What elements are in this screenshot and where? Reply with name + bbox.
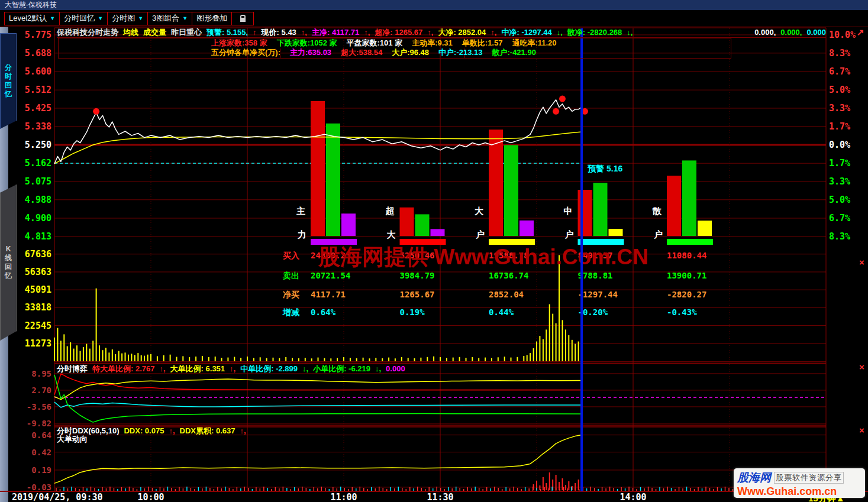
market-stats-box: 上涨家数:358 家下跌家数:1052 家平盘家数:101 家主动率:9.31单…	[58, 38, 731, 59]
game-series-特大单比例	[54, 374, 582, 394]
volume-bar	[533, 348, 534, 361]
chevron-down-icon[interactable]: ▼	[182, 15, 188, 21]
alert-label: 预警 5.16	[588, 164, 622, 173]
panel-close-icon: ×	[859, 362, 864, 372]
toolbar-item-0[interactable]: Level2默认▼	[4, 12, 60, 25]
volume-bar	[527, 355, 528, 362]
time-axis-label: 2019/04/25, 09:30	[12, 492, 103, 502]
fund-bar-大户-0	[489, 129, 503, 236]
volume-bar	[478, 358, 479, 361]
title-bar[interactable]: 大智慧-保税科技	[0, 0, 868, 10]
fund-bar-主力-1	[326, 124, 340, 236]
pct-axis-label: 5.0%	[829, 85, 850, 95]
volume-bar	[266, 358, 267, 361]
fund-group-label: 中	[564, 206, 573, 216]
volume-bar	[221, 358, 222, 361]
chevron-down-icon[interactable]: ▼	[138, 15, 143, 21]
volume-bar	[292, 358, 293, 361]
volume-bar	[459, 357, 460, 361]
volume-bar	[63, 334, 64, 361]
info-segment: 平盘家数:101 家	[347, 38, 403, 48]
info-segment: 大净: 2852.04	[438, 28, 486, 37]
lock-button[interactable]	[231, 12, 254, 25]
info-segment: 0.000,	[754, 28, 776, 37]
volume-bar	[92, 341, 93, 361]
volume-bar	[530, 353, 531, 361]
volume-bar	[552, 314, 553, 361]
volume-bar	[498, 357, 499, 361]
volume-bar	[273, 358, 274, 361]
volume-bar	[195, 357, 196, 361]
fund-table-value: 1265.67	[400, 290, 435, 299]
volume-bar	[131, 354, 132, 361]
ddx-line	[54, 435, 582, 484]
time-axis-label: 14:00	[619, 492, 646, 502]
panel-close-icon: ×	[859, 257, 864, 267]
volume-bar	[511, 358, 512, 361]
pct-axis-label: 8.3%	[829, 231, 850, 242]
price-axis-label: 5.162	[25, 158, 51, 169]
info-segment: 成交量	[143, 28, 166, 37]
info-segment: 保税科技分时走势	[57, 28, 118, 37]
info-segment: 下跌家数:1052 家	[277, 38, 337, 48]
fund-underline-主力	[311, 239, 357, 245]
volume-bar	[54, 338, 55, 361]
game-axis-label: 8.95	[31, 369, 51, 378]
volume-bar	[427, 357, 428, 361]
volume-bar	[144, 356, 145, 361]
volume-bar	[125, 352, 126, 361]
volume-bar	[388, 358, 389, 361]
watermark-url: Www.Guhai.com.cn	[737, 485, 861, 497]
volume-axis-label: 11273	[25, 338, 51, 349]
info-segment: ↑,	[169, 427, 175, 435]
info-segment: ↑,	[159, 364, 165, 373]
pct-axis-label: 6.7%	[829, 213, 850, 224]
volume-bar	[536, 342, 537, 362]
time-cursor-line[interactable]	[580, 28, 583, 491]
info-segment: 大户:96.48	[392, 48, 429, 57]
toolbar-item-label: Level2默认	[9, 13, 47, 24]
info-segment: 通吃率:11.20	[512, 38, 556, 48]
volume-bar	[330, 358, 331, 361]
price-axis-label: 5.688	[25, 48, 51, 59]
info-segment: ↓,	[375, 364, 381, 373]
time-axis-label: 10:00	[137, 492, 164, 502]
info-segment: ↓,	[302, 364, 308, 373]
toolbar-item-1[interactable]: 分时回忆▼	[59, 12, 108, 25]
toolbar-item-3[interactable]: 3图组合▼	[147, 12, 192, 25]
fund-underline-大户	[489, 239, 535, 245]
toolbar-item-label: 分时图	[112, 13, 135, 24]
time-axis-label: 11:30	[427, 492, 453, 502]
volume-bar	[546, 329, 547, 361]
volume-bar	[395, 358, 396, 361]
info-segment: ↑,	[240, 427, 246, 435]
volume-bar	[556, 323, 557, 361]
ddx-axis-label: 0.64	[31, 430, 51, 440]
volume-bar	[89, 349, 91, 361]
volume-bar	[318, 358, 319, 361]
volume-bar	[163, 355, 164, 361]
fund-table-value: 3984.79	[400, 271, 435, 280]
info-segment: 0.000	[386, 364, 405, 373]
info-segment: 现价: 5.43	[262, 28, 296, 37]
volume-bar	[176, 357, 178, 362]
volume-bar	[128, 355, 129, 361]
info-segment: 散净: -2820.268	[567, 28, 622, 37]
info-segment: 分时DDX(60,5,10)	[57, 427, 119, 435]
price-axis-label: 5.600	[25, 66, 51, 77]
info-segment: 散户:-421.90	[492, 48, 535, 57]
info-segment: 超大:538.54	[341, 48, 382, 57]
chevron-down-icon[interactable]: ▼	[98, 15, 103, 21]
fund-table-value: 0.44%	[489, 307, 514, 317]
volume-bar	[80, 351, 81, 361]
info-segment: 小单比例: -6.219	[313, 364, 370, 373]
fund-group-label: 大	[387, 229, 396, 239]
volume-bar	[311, 358, 312, 361]
toolbar-item-2[interactable]: 分时图▼	[107, 12, 148, 25]
fund-group-label: 主	[296, 206, 305, 216]
fund-table-value: 0.64%	[311, 307, 336, 317]
chevron-down-icon[interactable]: ▼	[50, 15, 55, 21]
pct-axis-label: 5.0%	[829, 195, 850, 205]
volume-bar	[208, 357, 209, 361]
toolbar-item-4[interactable]: 图形叠加	[192, 12, 232, 25]
